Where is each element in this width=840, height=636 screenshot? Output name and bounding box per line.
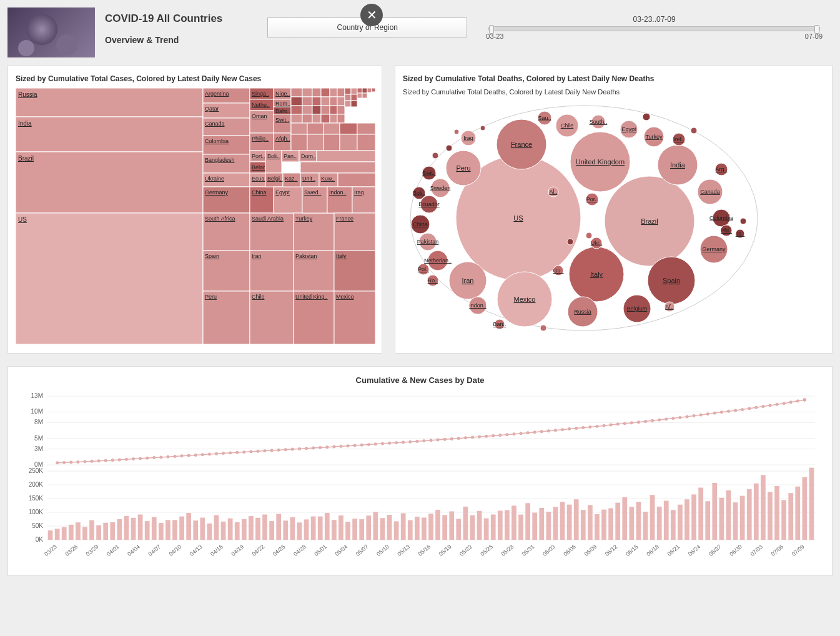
svg-rect-399	[235, 522, 240, 540]
svg-rect-389	[166, 520, 170, 540]
slider-thumb-end[interactable]	[814, 25, 819, 34]
svg-rect-459	[650, 495, 655, 540]
svg-text:05/07: 05/07	[355, 544, 370, 557]
svg-text:Indon..: Indon..	[329, 189, 347, 196]
svg-point-267	[97, 460, 100, 462]
svg-point-264	[77, 460, 79, 463]
svg-text:Ukr..: Ukr..	[591, 240, 603, 246]
svg-text:04/10: 04/10	[168, 544, 183, 557]
svg-point-293	[277, 449, 280, 451]
svg-rect-374	[62, 527, 67, 540]
svg-text:Af..: Af..	[665, 304, 674, 310]
svg-point-307	[374, 443, 377, 445]
svg-text:04/07: 04/07	[147, 544, 162, 557]
svg-rect-93	[345, 94, 351, 101]
svg-text:0K: 0K	[36, 536, 44, 543]
svg-rect-102	[337, 106, 345, 114]
close-icon: ✕	[367, 7, 377, 22]
svg-point-324	[492, 434, 495, 437]
svg-rect-382	[117, 519, 122, 540]
svg-point-234	[540, 325, 546, 331]
svg-text:200K: 200K	[29, 481, 44, 488]
svg-rect-85	[367, 88, 372, 92]
svg-rect-111	[291, 123, 307, 134]
svg-text:Peru: Peru	[456, 164, 470, 172]
svg-point-371	[803, 399, 806, 401]
svg-rect-473	[747, 489, 752, 540]
svg-point-232	[740, 218, 746, 224]
treemap-chart[interactable]: Russia India Brazil US Argentina Qatar C…	[16, 88, 375, 344]
svg-rect-387	[152, 517, 157, 540]
svg-point-359	[734, 409, 736, 412]
svg-rect-96	[362, 93, 367, 98]
svg-point-320	[464, 437, 467, 439]
svg-point-347	[651, 419, 653, 422]
svg-text:Argentina: Argentina	[205, 91, 229, 97]
svg-rect-110	[337, 114, 345, 123]
svg-text:Pakistan: Pakistan	[295, 253, 317, 259]
svg-rect-388	[159, 523, 164, 540]
svg-rect-403	[262, 515, 267, 540]
svg-point-292	[270, 449, 273, 452]
svg-point-271	[125, 458, 127, 460]
svg-text:06/09: 06/09	[583, 544, 598, 557]
svg-rect-398	[228, 519, 233, 540]
bubble-chart[interactable]: US Brazil United Kingdom Italy Mexico Fr…	[403, 99, 765, 337]
svg-rect-120	[357, 134, 375, 151]
svg-rect-402	[255, 518, 260, 540]
svg-point-291	[264, 449, 266, 452]
svg-rect-392	[186, 513, 191, 540]
svg-rect-88	[302, 97, 312, 106]
svg-text:150K: 150K	[29, 495, 44, 502]
date-range-slider[interactable]: 03-23..07-09 03-23 07-09	[486, 15, 823, 40]
svg-rect-92	[337, 97, 345, 106]
svg-rect-116	[291, 134, 307, 151]
svg-text:04/01: 04/01	[106, 544, 121, 557]
svg-text:Brazil: Brazil	[641, 217, 658, 225]
svg-text:Pol..: Pol..	[418, 266, 429, 272]
svg-point-336	[575, 427, 578, 429]
svg-rect-415	[345, 522, 350, 540]
svg-text:Afgh..: Afgh..	[275, 136, 290, 142]
svg-rect-414	[338, 515, 343, 540]
svg-text:Por..: Por..	[586, 196, 598, 202]
svg-point-231	[586, 232, 592, 239]
svg-rect-438	[505, 510, 510, 540]
svg-text:07/06: 07/06	[770, 544, 785, 557]
svg-rect-439	[511, 505, 516, 540]
svg-rect-108	[321, 114, 330, 123]
svg-text:8M: 8M	[34, 419, 43, 425]
svg-point-312	[409, 440, 412, 443]
svg-point-261	[56, 462, 58, 464]
svg-point-286	[229, 452, 231, 454]
timeline-title: Cumulative & New Cases by Date	[16, 375, 824, 385]
svg-point-311	[402, 441, 404, 444]
svg-rect-89	[312, 97, 321, 106]
svg-rect-126	[300, 162, 375, 173]
page-subtitle: Overview & Trend	[105, 35, 222, 45]
svg-text:Canada: Canada	[205, 121, 225, 127]
svg-point-334	[561, 428, 563, 430]
svg-text:05/25: 05/25	[479, 544, 494, 557]
slider-thumb-start[interactable]	[489, 25, 494, 34]
svg-text:06/15: 06/15	[625, 544, 640, 557]
svg-text:05/31: 05/31	[521, 544, 536, 557]
svg-text:Turkey: Turkey	[295, 216, 313, 222]
svg-point-353	[693, 414, 695, 417]
timeline-chart[interactable]: 0M3M5M8M10M13M0K50K100K150K200K250K03/23…	[16, 390, 821, 565]
svg-rect-468	[712, 483, 717, 540]
svg-rect-455	[622, 497, 627, 540]
svg-rect-107	[312, 114, 321, 123]
svg-rect-112	[307, 123, 324, 134]
svg-point-358	[727, 410, 729, 412]
svg-text:Sweden: Sweden	[430, 185, 451, 191]
svg-rect-464	[684, 499, 689, 540]
svg-rect-410	[311, 517, 316, 540]
svg-rect-83	[357, 88, 362, 93]
svg-point-331	[540, 430, 543, 433]
svg-text:03/26: 03/26	[64, 544, 79, 557]
slider-track[interactable]	[488, 26, 820, 31]
svg-point-363	[762, 405, 764, 407]
svg-text:03/29: 03/29	[85, 544, 100, 557]
svg-rect-413	[332, 520, 337, 540]
